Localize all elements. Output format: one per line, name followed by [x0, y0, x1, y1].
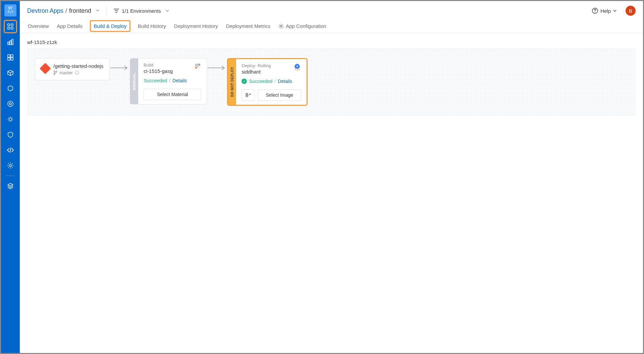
- deploy-status: Succeeded: [249, 79, 272, 84]
- workflow-canvas: /getting-started-nodejs master MANUAL: [27, 48, 636, 116]
- svg-rect-5: [8, 42, 9, 45]
- svg-rect-9: [11, 55, 13, 57]
- svg-rect-29: [246, 93, 248, 95]
- sidebar-item-resource-browser[interactable]: [4, 82, 17, 95]
- sidebar-item-chart-store[interactable]: [4, 66, 17, 80]
- rocket-icon: [293, 63, 301, 73]
- svg-rect-24: [77, 73, 77, 74]
- logo-text: ST: [8, 6, 13, 10]
- rollback-button[interactable]: [241, 89, 255, 101]
- tab-deployment-history[interactable]: Deployment History: [173, 20, 219, 32]
- build-details-link[interactable]: Details: [172, 78, 187, 83]
- sidebar-item-clusters[interactable]: [4, 97, 17, 110]
- shield-icon: [7, 131, 14, 138]
- help-icon: [592, 7, 598, 14]
- environment-filter[interactable]: 1/1 Environments: [114, 8, 170, 14]
- svg-rect-8: [8, 55, 10, 57]
- tabs: Overview App Details Build & Deploy Buil…: [20, 19, 643, 33]
- svg-rect-3: [8, 27, 10, 29]
- sidebar: ST: [1, 1, 20, 353]
- source-repo: /getting-started-nodejs: [53, 63, 103, 69]
- sidebar-item-stack[interactable]: [4, 179, 17, 193]
- filter-icon: [114, 8, 119, 13]
- cube-icon: [7, 85, 14, 92]
- svg-point-21: [54, 74, 55, 75]
- svg-rect-7: [12, 39, 13, 45]
- svg-point-23: [76, 72, 77, 72]
- package-icon: [7, 70, 14, 76]
- tab-config-label: App Configuration: [286, 23, 326, 29]
- breadcrumb-separator: /: [65, 7, 67, 14]
- sidebar-item-jobs[interactable]: [4, 35, 17, 49]
- header: Devtron Apps / frontend 1/1 Environments…: [20, 1, 643, 19]
- deploy-environment: siddhant: [241, 69, 271, 75]
- sidebar-item-bulk-edit[interactable]: [4, 113, 17, 126]
- svg-point-19: [54, 71, 55, 72]
- sidebar-logo[interactable]: ST: [4, 4, 16, 16]
- svg-rect-10: [8, 58, 10, 60]
- code-icon: [6, 147, 14, 153]
- svg-rect-11: [11, 58, 13, 60]
- check-icon: ✓: [241, 79, 247, 84]
- tab-deployment-metrics[interactable]: Deployment Metrics: [225, 20, 271, 32]
- svg-point-13: [9, 103, 11, 105]
- sidebar-item-integrations[interactable]: [4, 143, 17, 157]
- build-card: MANUAL Build ci-1515-gasg Succeeded: [130, 58, 207, 104]
- git-icon: [40, 63, 51, 74]
- workflow-arrow: [207, 58, 227, 78]
- tools-icon: [194, 62, 201, 71]
- svg-point-0: [10, 12, 11, 13]
- svg-point-12: [8, 101, 13, 106]
- deploy-stage-label: Deploy: Rolling: [241, 63, 271, 68]
- tab-build-deploy[interactable]: Build & Deploy: [90, 20, 130, 32]
- chart-icon: [7, 39, 14, 45]
- tab-app-details[interactable]: App Details: [56, 20, 84, 32]
- svg-point-15: [9, 165, 11, 167]
- info-icon: [75, 71, 79, 75]
- svg-point-20: [56, 71, 57, 72]
- svg-point-14: [9, 118, 12, 121]
- tab-build-history[interactable]: Build History: [137, 20, 167, 32]
- workflow-name: wf-1515-z1zk: [20, 33, 643, 48]
- sidebar-item-security[interactable]: [4, 128, 17, 141]
- build-stage-label: Build: [144, 62, 173, 68]
- select-material-button[interactable]: Select Material: [144, 89, 201, 100]
- svg-rect-2: [11, 24, 13, 26]
- gear-sun-icon: [7, 116, 14, 123]
- sidebar-divider: [6, 176, 15, 176]
- env-filter-label: 1/1 Environments: [122, 8, 161, 14]
- branch-icon: [53, 71, 57, 75]
- tab-app-configuration[interactable]: App Configuration: [278, 20, 327, 32]
- gear-icon: [7, 162, 14, 169]
- workflow-arrow: [110, 58, 130, 78]
- breadcrumb-current: frontend: [69, 7, 91, 14]
- sidebar-item-app-groups[interactable]: [4, 51, 17, 64]
- build-id: ci-1515-gasg: [144, 68, 173, 74]
- grid-apps-icon: [7, 23, 14, 30]
- chevron-down-icon: [613, 9, 617, 13]
- deploy-card: DO NOT DEPLOY Deploy: Rolling siddhant ✓: [227, 58, 308, 106]
- layers-icon: [7, 183, 14, 189]
- source-branch-name: master: [59, 70, 73, 75]
- sidebar-item-applications[interactable]: [4, 20, 17, 33]
- select-image-button[interactable]: Select Image: [258, 89, 301, 101]
- svg-point-17: [595, 12, 595, 12]
- sidebar-item-global-config[interactable]: [4, 159, 17, 172]
- help-button[interactable]: Help: [592, 7, 617, 14]
- svg-rect-6: [10, 41, 11, 45]
- avatar[interactable]: B: [626, 6, 636, 16]
- chevron-down-icon: [165, 8, 170, 13]
- deploy-details-link[interactable]: Details: [278, 79, 292, 84]
- svg-rect-1: [8, 24, 10, 26]
- breadcrumb: Devtron Apps / frontend: [27, 7, 100, 14]
- help-label: Help: [600, 8, 611, 14]
- rollback-icon: [245, 92, 251, 98]
- svg-point-28: [297, 65, 298, 67]
- source-card[interactable]: /getting-started-nodejs master: [35, 58, 110, 80]
- svg-point-18: [280, 25, 282, 27]
- header-divider: [107, 7, 107, 14]
- chevron-down-icon[interactable]: [95, 7, 100, 14]
- tab-overview[interactable]: Overview: [27, 20, 50, 32]
- deploy-trigger-label: DO NOT DEPLOY: [228, 59, 236, 105]
- breadcrumb-parent[interactable]: Devtron Apps: [27, 7, 63, 14]
